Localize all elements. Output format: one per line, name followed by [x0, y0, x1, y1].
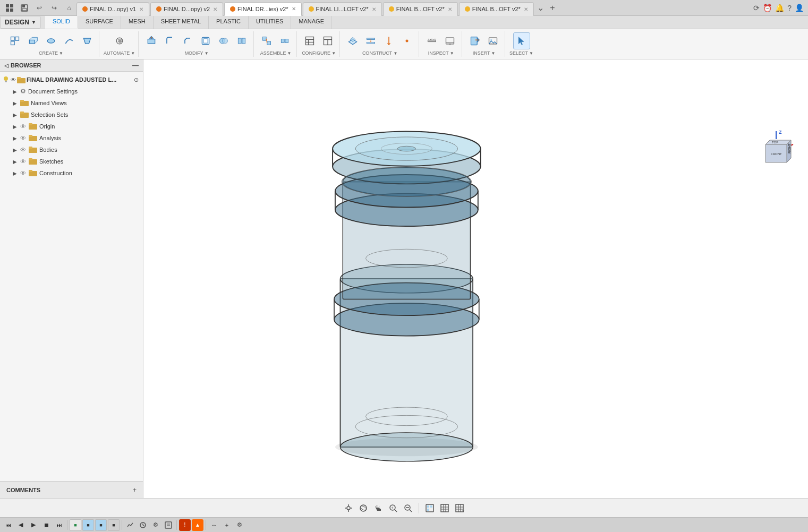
- status-gray-box-1[interactable]: ■: [108, 519, 120, 531]
- capture-position-icon[interactable]: ⊙: [134, 76, 139, 83]
- zoom-fit-icon[interactable]: [402, 502, 414, 514]
- tab-utilities[interactable]: UTILITIES: [249, 16, 291, 29]
- loft-icon[interactable]: [79, 32, 96, 49]
- status-icon-5[interactable]: [124, 519, 136, 531]
- undo-icon[interactable]: ↩: [32, 1, 47, 15]
- combine-icon[interactable]: [215, 32, 232, 49]
- pan-icon[interactable]: [342, 502, 355, 514]
- offset-plane-icon[interactable]: [344, 32, 361, 49]
- tab-close-5[interactable]: ✕: [448, 6, 452, 12]
- tab-sheet-metal[interactable]: SHEET METAL: [154, 16, 209, 29]
- tree-item-selection-sets[interactable]: ▶ Selection Sets: [0, 109, 143, 121]
- display-settings-icon[interactable]: [441, 32, 458, 49]
- bell-icon[interactable]: 🔔: [775, 4, 784, 12]
- tab-solid[interactable]: SOLID: [45, 16, 78, 29]
- home-icon[interactable]: ⌂: [62, 1, 76, 15]
- extrude-icon[interactable]: [24, 32, 41, 49]
- redo-icon[interactable]: ↪: [47, 1, 62, 15]
- status-blue-box-2[interactable]: ■: [95, 519, 107, 531]
- sync-icon[interactable]: ⟳: [753, 4, 760, 12]
- status-play-icon[interactable]: ▶: [28, 519, 39, 531]
- tab-surface[interactable]: SURFACE: [78, 16, 121, 29]
- eye-icon-origin[interactable]: 👁: [20, 123, 29, 130]
- chamfer-icon[interactable]: [179, 32, 196, 49]
- grid-icon[interactable]: [438, 502, 451, 514]
- status-warning-icon[interactable]: !: [179, 519, 191, 531]
- status-error-icon[interactable]: ▲: [192, 519, 203, 531]
- tree-item-doc-settings[interactable]: ▶ ⚙ Document Settings: [0, 85, 143, 97]
- eye-icon-analysis[interactable]: 👁: [20, 135, 29, 141]
- tab-close-2[interactable]: ✕: [213, 6, 217, 12]
- grid-icon[interactable]: [2, 1, 17, 15]
- point-icon[interactable]: [398, 32, 415, 49]
- display-mode-icon[interactable]: [423, 502, 436, 514]
- split-body-icon[interactable]: [233, 32, 250, 49]
- hand-pan-icon[interactable]: [372, 502, 385, 514]
- orbit-icon[interactable]: [357, 502, 370, 514]
- user-icon[interactable]: 👤: [795, 4, 804, 12]
- status-prev-icon[interactable]: ◀: [15, 519, 27, 531]
- status-stop-icon[interactable]: ⏹: [40, 519, 52, 531]
- select-cursor-icon[interactable]: [513, 32, 530, 49]
- clock-icon[interactable]: ⏰: [763, 4, 772, 12]
- zoom-window-icon[interactable]: +: [387, 502, 399, 514]
- tab-close-1[interactable]: ✕: [139, 6, 143, 12]
- tab-1[interactable]: FINAL D...opy) v1 ✕: [76, 2, 149, 16]
- tab-4[interactable]: FINAL LI...LOFT v2* ✕: [303, 2, 382, 16]
- tab-plastic[interactable]: PLASTIC: [209, 16, 249, 29]
- tree-item-named-views[interactable]: ▶ Named Views: [0, 97, 143, 109]
- status-green-box-1[interactable]: ■: [70, 519, 81, 531]
- tab-5[interactable]: FINAL B...OFT v2* ✕: [383, 2, 458, 16]
- design-dropdown[interactable]: DESIGN ▼: [0, 16, 41, 29]
- tab-overflow-icon[interactable]: ⌄: [535, 2, 547, 14]
- table-icon[interactable]: [301, 32, 318, 49]
- new-component-icon[interactable]: [6, 32, 23, 49]
- press-pull-icon[interactable]: [143, 32, 160, 49]
- configure-icon2[interactable]: [319, 32, 336, 49]
- eye-icon-root[interactable]: 👁: [11, 77, 16, 83]
- measure-icon[interactable]: [423, 32, 440, 49]
- tab-manage[interactable]: MANAGE: [291, 16, 332, 29]
- view-cube[interactable]: Z RIGHT FRONT TOP: [755, 128, 797, 171]
- insert-derive-icon[interactable]: [466, 32, 483, 49]
- tab-mesh[interactable]: MESH: [121, 16, 154, 29]
- tree-item-origin[interactable]: ▶ 👁 Origin: [0, 121, 143, 132]
- tree-item-analysis[interactable]: ▶ 👁 Analysis: [0, 132, 143, 144]
- save-icon[interactable]: [17, 1, 32, 15]
- tab-2[interactable]: FINAL D...opy) v2 ✕: [150, 2, 223, 16]
- help-icon[interactable]: ?: [787, 4, 792, 12]
- midplane-icon[interactable]: [362, 32, 379, 49]
- viewport[interactable]: Z RIGHT FRONT TOP: [143, 59, 808, 498]
- tab-close-6[interactable]: ✕: [524, 6, 528, 12]
- comments-add-button[interactable]: +: [133, 486, 137, 494]
- status-start-icon[interactable]: ⏮: [2, 519, 14, 531]
- tree-item-bodies[interactable]: ▶ 👁 Bodies: [0, 144, 143, 156]
- tree-item-sketches[interactable]: ▶ 👁 Sketches: [0, 156, 143, 167]
- rigid-group-icon[interactable]: [276, 32, 293, 49]
- tab-close-4[interactable]: ✕: [372, 6, 376, 12]
- tab-6[interactable]: FINAL B...OFT v2* ✕: [459, 2, 534, 16]
- eye-icon-sketches[interactable]: 👁: [20, 158, 29, 165]
- new-tab-button[interactable]: +: [547, 2, 558, 14]
- status-end-icon[interactable]: ⏭: [53, 519, 65, 531]
- status-icon-11[interactable]: ⚙: [234, 519, 245, 531]
- eye-icon-construction[interactable]: 👁: [20, 170, 29, 176]
- sweep-icon[interactable]: [61, 32, 78, 49]
- tree-item-construction[interactable]: ▶ 👁 Construction: [0, 167, 143, 179]
- status-icon-7[interactable]: ⚙: [150, 519, 161, 531]
- axis-icon[interactable]: [380, 32, 397, 49]
- eye-icon-bodies[interactable]: 👁: [20, 147, 29, 153]
- status-icon-9[interactable]: ↔: [208, 519, 220, 531]
- joint-icon[interactable]: [258, 32, 275, 49]
- fillet-icon[interactable]: [161, 32, 178, 49]
- browser-close-icon[interactable]: —: [132, 62, 139, 69]
- status-icon-10[interactable]: +: [221, 519, 233, 531]
- automate-icon[interactable]: [111, 32, 128, 49]
- status-blue-box-1[interactable]: ■: [82, 519, 94, 531]
- revolve-icon[interactable]: [42, 32, 59, 49]
- insert-image-icon[interactable]: [484, 32, 501, 49]
- status-icon-6[interactable]: [137, 519, 149, 531]
- status-icon-8[interactable]: [163, 519, 174, 531]
- grid-more-icon[interactable]: ▼: [453, 502, 466, 514]
- tree-root-item[interactable]: 👁 FINAL DRAWING ADJUSTED L... ⊙: [0, 74, 143, 85]
